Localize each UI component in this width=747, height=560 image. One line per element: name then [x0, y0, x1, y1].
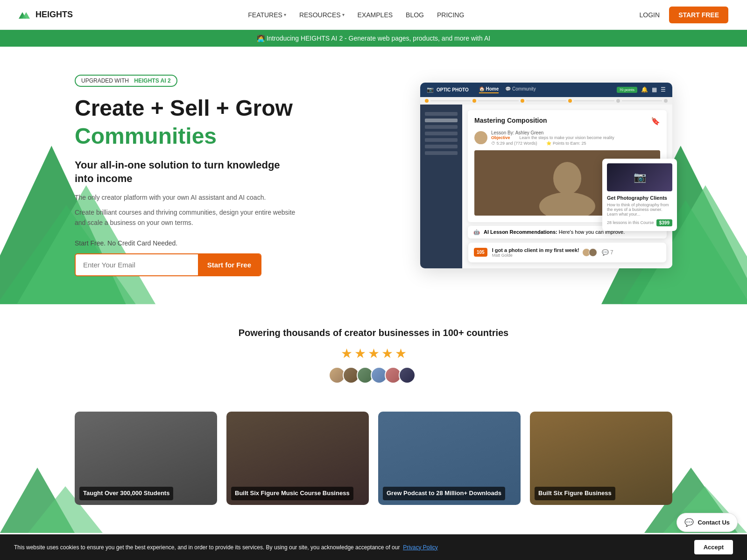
navbar: HEIGHTS FEATURES ▾ RESOURCES ▾ EXAMPLES … — [0, 0, 747, 30]
star-4: ★ — [381, 346, 393, 361]
floating-card-price: $399 — [656, 219, 672, 226]
testimonial-card-1: Taught Over 300,000 Students — [75, 412, 217, 505]
nav-links: FEATURES ▾ RESOURCES ▾ EXAMPLES BLOG PRI… — [248, 11, 464, 19]
start-free-nav-button[interactable]: START FREE — [669, 7, 728, 23]
sidebar-row-2 — [425, 119, 458, 122]
progress-line2 — [478, 100, 518, 101]
progress-dot-4 — [568, 99, 572, 103]
chevron-down-icon: ▾ — [284, 12, 286, 17]
progress-dot-5 — [616, 99, 620, 103]
community-post: 105 I got a photo client in my first wee… — [468, 242, 667, 263]
floating-course-card: 📷 Get Photography Clients How to think o… — [602, 159, 677, 231]
floating-card-title: Get Photography Clients — [607, 195, 672, 201]
svg-point-10 — [476, 140, 486, 144]
hero-heading1: Create + Sell + Grow — [75, 96, 299, 121]
social-proof-title: Powering thousands of creator businesses… — [19, 328, 728, 338]
testimonial-card-4-image: Built Six Figure Business — [530, 412, 672, 505]
logo-text: HEIGHTS — [35, 10, 73, 20]
progress-dot-6 — [664, 99, 668, 103]
star-1: ★ — [341, 346, 352, 361]
start-for-free-button[interactable]: Start for Free — [198, 254, 261, 275]
ai-icon: 🤖 — [473, 229, 480, 235]
instructor-name: Lesson By: Ashley Green — [491, 130, 614, 135]
star-2: ★ — [354, 346, 366, 361]
testimonial-card-3-image: Grew Podcast to 28 Million+ Downloads — [378, 412, 521, 505]
testimonial-card-4-label: Built Six Figure Business — [535, 487, 615, 500]
chat-icon: 💬 — [684, 518, 694, 527]
progress-dot-1 — [425, 99, 429, 103]
bookmark-icon: 🔖 — [651, 117, 660, 126]
star-5-half: ★ — [395, 346, 407, 361]
logo[interactable]: HEIGHTS — [19, 10, 73, 20]
contact-button[interactable]: 💬 Contact Us — [677, 513, 738, 532]
floating-card-bottom: 28 lessons in this Course $399 — [607, 219, 672, 226]
screenshot-nav-home: 🏠 Home — [479, 86, 499, 93]
progress-line3 — [526, 100, 566, 101]
nav-right: LOGIN START FREE — [640, 7, 728, 23]
screenshot-topbar: 📷 OPTIC PHOTO 🏠 Home 💬 Community 70 poin… — [420, 83, 672, 97]
testimonial-card-2-label: Built Six Figure Music Course Business — [231, 487, 353, 500]
lesson-title: Mastering Composition — [474, 117, 547, 124]
social-avatars — [19, 367, 728, 384]
nav-features[interactable]: FEATURES ▾ — [248, 11, 286, 19]
progress-dot-3 — [521, 99, 524, 103]
testimonial-card-3-label: Grew Podcast to 28 Million+ Downloads — [383, 487, 505, 500]
login-link[interactable]: LOGIN — [640, 11, 660, 19]
testimonial-card-3: Grew Podcast to 28 Million+ Downloads — [378, 412, 521, 505]
screenshot-brand: OPTIC PHOTO — [437, 87, 469, 92]
sidebar-row-4 — [425, 132, 458, 135]
nav-blog[interactable]: BLOG — [406, 11, 424, 19]
floating-card-desc: How to think of photography from the eye… — [607, 203, 672, 217]
star-3: ★ — [368, 346, 380, 361]
social-proof-section: Powering thousands of creator businesses… — [0, 304, 747, 402]
hero-section: UPGRADED WITH HEIGHTS AI 2 Create + Sell… — [0, 47, 747, 304]
testimonial-card-2-image: Built Six Figure Music Course Business — [226, 412, 369, 505]
screenshot-icons: 70 points 🔔 ▦ ☰ — [617, 86, 666, 93]
objective-text: Learn the steps to make your vision beco… — [520, 135, 614, 140]
hero-badge: UPGRADED WITH HEIGHTS AI 2 — [75, 75, 177, 87]
community-post-text: I got a photo client in my first week! M… — [492, 247, 579, 258]
hero-free-label: Start Free. No Credit Card Needed. — [75, 239, 299, 247]
lesson-meta2: ⏱ 5:29 and (772 Words) ⭐ Points to Earn:… — [491, 141, 614, 146]
lesson-instructor: Lesson By: Ashley Green Objective Learn … — [474, 130, 660, 146]
progress-track — [420, 97, 672, 105]
star-rating: ★ ★ ★ ★ ★ — [19, 346, 728, 361]
hero-subtitle: Your all-in-one solution to turn knowled… — [75, 159, 299, 185]
svg-point-9 — [478, 133, 484, 139]
testimonial-card-2: Built Six Figure Music Course Business — [226, 412, 369, 505]
screenshot-nav: 🏠 Home 💬 Community — [479, 86, 536, 93]
lesson-title-row: Mastering Composition 🔖 — [474, 117, 660, 126]
hero-desc1: The only creator platform with your own … — [75, 192, 299, 203]
screenshot-bell-icon: 🔔 — [641, 86, 648, 93]
email-input[interactable] — [76, 254, 198, 275]
screenshot-sidebar — [420, 105, 462, 268]
comment-icon: 💬 7 — [602, 249, 613, 256]
progress-line5 — [622, 100, 662, 101]
sidebar-row-1 — [425, 112, 458, 116]
progress-line4 — [574, 100, 614, 101]
community-av-2 — [589, 248, 597, 257]
nav-resources[interactable]: RESOURCES ▾ — [299, 11, 345, 19]
screenshot-nav-community: 💬 Community — [505, 86, 536, 93]
floating-card-lessons: 28 lessons in this Course — [607, 220, 654, 225]
hero-left: UPGRADED WITH HEIGHTS AI 2 Create + Sell… — [75, 75, 299, 276]
screenshot-logo-icon: 📷 — [427, 86, 434, 93]
announcement-text: 🧑‍💻 Introducing HEIGHTS AI 2 - Generate … — [257, 35, 490, 42]
lesson-meta: Objective Learn the steps to make your v… — [491, 135, 614, 140]
sidebar-row-7 — [425, 151, 458, 155]
social-avatar-6 — [399, 367, 416, 384]
testimonials-section: Taught Over 300,000 Students Built Six F… — [0, 402, 747, 533]
community-likes: 105 — [474, 248, 487, 257]
nav-examples[interactable]: EXAMPLES — [358, 11, 393, 19]
testimonial-card-4: Built Six Figure Business — [530, 412, 672, 505]
hero-desc2: Create brilliant courses and thriving co… — [75, 207, 299, 228]
nav-pricing[interactable]: PRICING — [437, 11, 464, 19]
testimonial-card-1-image: Taught Over 300,000 Students — [75, 412, 217, 505]
hero-heading2: Communities — [75, 123, 299, 150]
sidebar-row-3 — [425, 125, 458, 129]
hero-email-form: Start for Free — [75, 253, 261, 276]
announcement-bar: 🧑‍💻 Introducing HEIGHTS AI 2 - Generate … — [0, 30, 747, 47]
sidebar-row-6 — [425, 145, 458, 148]
screenshot-points: 70 points — [617, 87, 637, 93]
objective-label: Objective — [491, 135, 510, 140]
